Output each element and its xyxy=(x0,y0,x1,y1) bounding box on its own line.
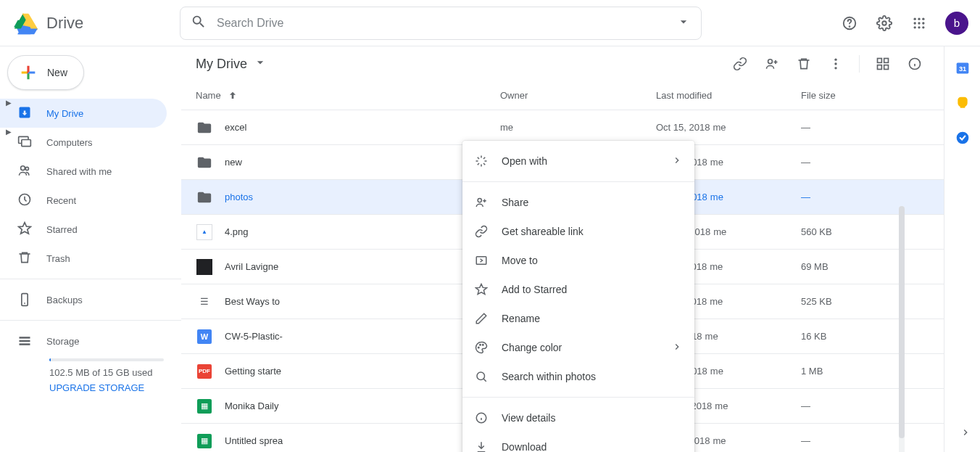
menu-item-label: Share xyxy=(502,197,528,208)
expand-caret-icon[interactable]: ▶ xyxy=(6,128,14,136)
svg-rect-34 xyxy=(878,59,882,63)
menu-item-label: Rename xyxy=(502,313,540,324)
link-icon xyxy=(474,224,489,239)
sidebar-item-backups[interactable]: Backups xyxy=(0,285,167,314)
sidebar-item-my-drive[interactable]: My Drive xyxy=(0,99,167,128)
user-avatar[interactable]: b xyxy=(945,12,968,35)
open-icon xyxy=(474,154,489,168)
svg-point-12 xyxy=(914,22,916,24)
menu-item-share[interactable]: Share xyxy=(462,188,694,217)
chevron-right-icon xyxy=(671,155,683,168)
toolbar-separator xyxy=(859,55,860,73)
menu-item-label: View details xyxy=(502,412,555,424)
view-grid-icon[interactable] xyxy=(868,49,897,78)
svg-rect-27 xyxy=(20,343,30,345)
sidebar-item-shared-with-me[interactable]: Shared with me xyxy=(0,157,167,186)
column-modified[interactable]: Last modified xyxy=(656,90,801,101)
menu-item-change-color[interactable]: Change color xyxy=(462,333,694,362)
file-size: 69 MB xyxy=(801,261,929,272)
calendar-addon-icon[interactable]: 31 xyxy=(955,61,970,75)
sidebar-item-storage[interactable]: Storage xyxy=(0,326,181,356)
menu-item-label: Add to Starred xyxy=(502,284,567,295)
breadcrumb[interactable]: My Drive xyxy=(187,51,269,78)
main-layout: New ▶My Drive▶ComputersShared with meRec… xyxy=(0,46,980,452)
help-icon[interactable] xyxy=(835,9,864,38)
search-bar[interactable] xyxy=(180,7,702,40)
hide-side-panel-icon[interactable] xyxy=(960,427,971,440)
search-options-dropdown-icon[interactable] xyxy=(676,15,691,31)
column-size[interactable]: File size xyxy=(801,90,929,101)
menu-item-label: Open with xyxy=(502,155,547,167)
sidebar-item-label: Computers xyxy=(46,137,93,148)
svg-point-7 xyxy=(850,26,850,27)
file-type-icon xyxy=(196,189,213,206)
logo-area[interactable]: Drive xyxy=(12,9,180,38)
column-header-row: Name Owner Last modified File size xyxy=(181,81,944,110)
column-owner[interactable]: Owner xyxy=(500,90,656,101)
sidebar-item-trash[interactable]: Trash xyxy=(0,244,167,273)
menu-item-label: Search within photos xyxy=(502,371,596,382)
header: Drive b xyxy=(0,0,980,46)
settings-icon[interactable] xyxy=(870,9,899,38)
header-actions: b xyxy=(821,9,968,38)
svg-line-49 xyxy=(483,379,486,382)
column-name[interactable]: Name xyxy=(196,90,500,102)
content-toolbar: My Drive xyxy=(181,46,944,81)
file-name: CW-5-Plastic- xyxy=(225,331,283,342)
svg-point-32 xyxy=(834,62,836,65)
svg-rect-44 xyxy=(476,257,486,265)
sidebar-item-recent[interactable]: Recent xyxy=(0,186,167,215)
file-size: — xyxy=(801,400,929,411)
svg-point-10 xyxy=(918,17,920,20)
svg-point-20 xyxy=(21,165,25,170)
scrollbar[interactable] xyxy=(899,206,905,452)
upgrade-storage-link[interactable]: UPGRADE STORAGE xyxy=(0,382,181,393)
storage-label: Storage xyxy=(46,336,80,347)
svg-rect-35 xyxy=(884,59,889,63)
menu-item-view-details[interactable]: View details xyxy=(462,403,694,432)
tasks-addon-icon[interactable] xyxy=(955,131,970,145)
sidebar-item-starred[interactable]: Starred xyxy=(0,215,167,244)
menu-divider xyxy=(462,397,694,398)
sidebar-item-computers[interactable]: Computers xyxy=(0,128,167,157)
keep-addon-icon[interactable] xyxy=(955,96,970,110)
expand-caret-icon[interactable]: ▶ xyxy=(6,99,14,107)
svg-point-17 xyxy=(922,26,924,28)
info-icon xyxy=(474,411,489,425)
menu-item-label: Download xyxy=(502,441,547,452)
chevron-right-icon xyxy=(671,341,683,355)
menu-item-search-within-photos[interactable]: Search within photos xyxy=(462,362,694,391)
file-name: excel xyxy=(225,122,246,133)
svg-rect-26 xyxy=(20,340,30,342)
sidebar-divider xyxy=(0,279,181,279)
menu-divider xyxy=(462,181,694,182)
menu-item-download[interactable]: Download xyxy=(462,432,694,452)
share-icon[interactable] xyxy=(757,49,786,78)
new-button[interactable]: New xyxy=(7,55,84,90)
menu-item-add-to-starred[interactable]: Add to Starred xyxy=(462,275,694,304)
view-details-icon[interactable] xyxy=(900,49,929,78)
file-name: photos xyxy=(225,192,253,202)
get-link-icon[interactable] xyxy=(726,49,755,78)
palette-icon xyxy=(474,340,489,355)
file-type-icon: ▦ xyxy=(196,398,213,415)
sidebar-item-label: Recent xyxy=(46,195,76,206)
search-input[interactable] xyxy=(217,17,669,30)
file-name: Best Ways to xyxy=(225,296,280,307)
file-row[interactable]: excel me Oct 15, 2018me — xyxy=(181,110,944,145)
file-type-icon: ☰ xyxy=(196,293,213,311)
file-owner: me xyxy=(500,122,656,133)
sidebar-item-label: Trash xyxy=(46,253,70,264)
menu-item-open-with[interactable]: Open with xyxy=(462,147,694,176)
menu-item-move-to[interactable]: Move to xyxy=(462,246,694,275)
download-icon xyxy=(474,440,489,452)
trash-icon[interactable] xyxy=(789,49,818,78)
svg-rect-36 xyxy=(878,65,882,70)
apps-grid-icon[interactable] xyxy=(905,9,934,38)
sidebar-item-label: Shared with me xyxy=(46,166,112,177)
more-options-icon[interactable] xyxy=(821,49,850,78)
svg-point-15 xyxy=(914,26,916,28)
menu-item-rename[interactable]: Rename xyxy=(462,304,694,333)
nav-icon xyxy=(17,250,32,267)
menu-item-get-shareable-link[interactable]: Get shareable link xyxy=(462,217,694,246)
